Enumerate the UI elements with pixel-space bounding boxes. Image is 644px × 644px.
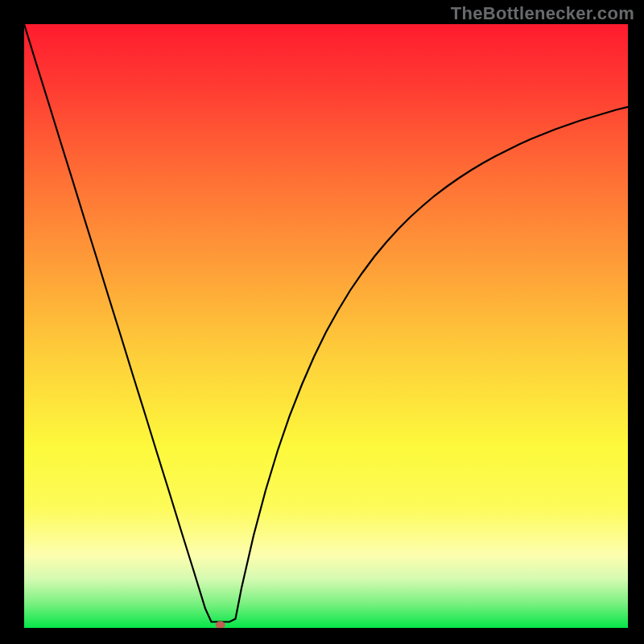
gradient-background: [24, 24, 628, 628]
chart-area: [24, 24, 628, 628]
watermark-text: TheBottlenecker.com: [451, 3, 634, 24]
bottleneck-chart: [24, 24, 628, 628]
